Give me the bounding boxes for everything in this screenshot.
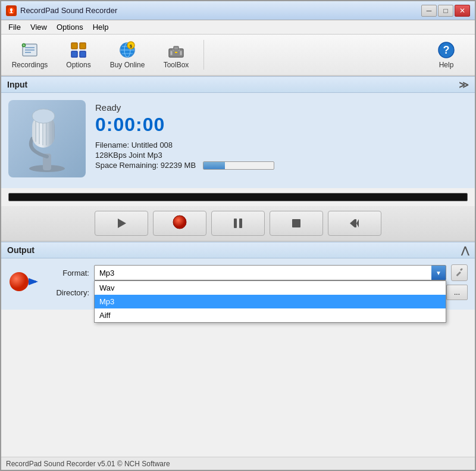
toolbox-icon: [167, 40, 186, 60]
directory-label: Directory:: [48, 288, 89, 297]
help-label: Help: [439, 61, 454, 69]
time-display: 0:00:00: [95, 114, 468, 136]
close-button[interactable]: ✕: [455, 5, 470, 17]
toolbox-label: ToolBox: [164, 61, 189, 69]
toolbar: Recordings Options: [1, 35, 475, 76]
info-panel: Ready 0:00:00 Filename: Untitled 008 128…: [95, 100, 468, 171]
svg-rect-13: [80, 51, 86, 57]
help-icon: ?: [437, 40, 456, 60]
toolbar-toolbox[interactable]: ToolBox: [152, 37, 200, 73]
level-meter: [8, 193, 468, 201]
svg-point-51: [10, 272, 29, 291]
toolbar-help[interactable]: ? Help: [422, 37, 470, 73]
menu-file[interactable]: File: [4, 21, 26, 33]
format-option-mp3[interactable]: Mp3: [95, 295, 446, 308]
main-window: RecordPad Sound Recorder ─ □ ✕ File View…: [0, 0, 476, 471]
format-select-container: Mp3 ▼ Wav Mp3 Aiff: [94, 265, 446, 280]
svg-rect-45: [234, 219, 237, 228]
menu-options[interactable]: Options: [52, 21, 88, 33]
status-bar: RecordPad Sound Recorder v5.01 © NCH Sof…: [1, 457, 475, 470]
status-text: RecordPad Sound Recorder v5.01 © NCH Sof…: [6, 460, 170, 468]
window-title: RecordPad Sound Recorder: [20, 6, 421, 15]
wrench-button[interactable]: [451, 264, 468, 281]
space-bar-fill: [203, 162, 224, 169]
title-bar: RecordPad Sound Recorder ─ □ ✕: [1, 1, 475, 20]
svg-rect-1: [10, 8, 12, 11]
svg-rect-3: [10, 13, 13, 13]
svg-rect-49: [355, 219, 356, 227]
rewind-button[interactable]: [328, 211, 381, 236]
svg-marker-50: [356, 219, 359, 227]
window-controls: ─ □ ✕: [421, 5, 470, 17]
mic-image: [8, 100, 86, 177]
toolbar-options[interactable]: Options: [55, 37, 102, 73]
format-row: Format: Mp3 ▼ Wav Mp3 Aiff: [48, 264, 468, 281]
menu-bar: File View Options Help: [1, 20, 475, 35]
browse-button[interactable]: ...: [446, 285, 468, 300]
space-bar: [203, 161, 274, 170]
format-text: 128KBps Joint Mp3: [95, 151, 162, 160]
format-label: Format:: [48, 269, 89, 277]
format-line: 128KBps Joint Mp3: [95, 151, 468, 160]
stop-button[interactable]: [270, 211, 323, 236]
output-content: Format: Mp3 ▼ Wav Mp3 Aiff: [8, 264, 468, 304]
svg-rect-54: [456, 272, 461, 276]
buy-online-label: Buy Online: [110, 61, 145, 69]
content-area: Ready 0:00:00 Filename: Untitled 008 128…: [1, 93, 475, 188]
space-bar-container: [203, 161, 274, 170]
output-section-header[interactable]: Output ⋀: [1, 242, 475, 258]
space-line: Space Remaining: 92239 MB: [95, 161, 468, 170]
svg-rect-46: [239, 219, 242, 228]
buy-online-icon: $: [118, 40, 137, 60]
svg-marker-48: [350, 219, 355, 227]
menu-view[interactable]: View: [26, 21, 52, 33]
input-section-header[interactable]: Input ≫: [1, 76, 475, 93]
svg-text:$: $: [130, 43, 133, 49]
toolbar-separator: [203, 40, 204, 70]
output-collapse-icon[interactable]: ⋀: [461, 245, 469, 256]
space-text: Space Remaining: 92239 MB: [95, 161, 196, 170]
pause-button[interactable]: [211, 211, 265, 236]
input-header-label: Input: [7, 80, 27, 89]
format-dir-group: Format: Mp3 ▼ Wav Mp3 Aiff: [48, 264, 468, 304]
svg-rect-12: [71, 51, 77, 57]
options-icon: [69, 40, 88, 60]
toolbar-recordings[interactable]: Recordings: [6, 37, 54, 73]
output-icon-area: [8, 266, 40, 298]
options-label: Options: [66, 61, 90, 69]
svg-rect-27: [180, 51, 182, 55]
format-option-wav[interactable]: Wav: [95, 281, 446, 295]
status-text: Ready: [95, 102, 468, 113]
recordings-label: Recordings: [12, 61, 48, 69]
play-button[interactable]: [95, 211, 148, 236]
record-button[interactable]: [153, 211, 206, 236]
svg-point-39: [32, 109, 55, 123]
svg-rect-26: [170, 51, 173, 55]
output-header-label: Output: [7, 245, 35, 255]
filename-text: Filename: Untitled 008: [95, 141, 173, 149]
svg-point-44: [173, 216, 186, 229]
svg-rect-24: [174, 46, 178, 50]
svg-rect-53: [29, 280, 36, 283]
recordings-icon: [20, 40, 39, 60]
menu-help[interactable]: Help: [88, 21, 114, 33]
svg-marker-40: [118, 219, 126, 228]
svg-text:?: ?: [443, 44, 450, 56]
svg-rect-11: [80, 43, 86, 49]
format-dropdown: Wav Mp3 Aiff: [94, 280, 446, 323]
format-option-aiff[interactable]: Aiff: [95, 308, 446, 322]
maximize-button[interactable]: □: [438, 5, 453, 17]
filename-line: Filename: Untitled 008: [95, 141, 468, 149]
input-collapse-icon[interactable]: ≫: [459, 79, 469, 91]
transport-bar: [1, 206, 475, 242]
format-select[interactable]: Mp3 ▼: [94, 265, 446, 280]
select-arrow-icon[interactable]: ▼: [431, 266, 446, 280]
toolbar-buy-online[interactable]: $ Buy Online: [104, 37, 151, 73]
svg-rect-10: [71, 43, 77, 49]
app-icon: [6, 5, 17, 16]
format-value: Mp3: [99, 269, 114, 277]
minimize-button[interactable]: ─: [421, 5, 437, 17]
output-body: Format: Mp3 ▼ Wav Mp3 Aiff: [1, 258, 475, 310]
svg-rect-47: [292, 219, 300, 227]
